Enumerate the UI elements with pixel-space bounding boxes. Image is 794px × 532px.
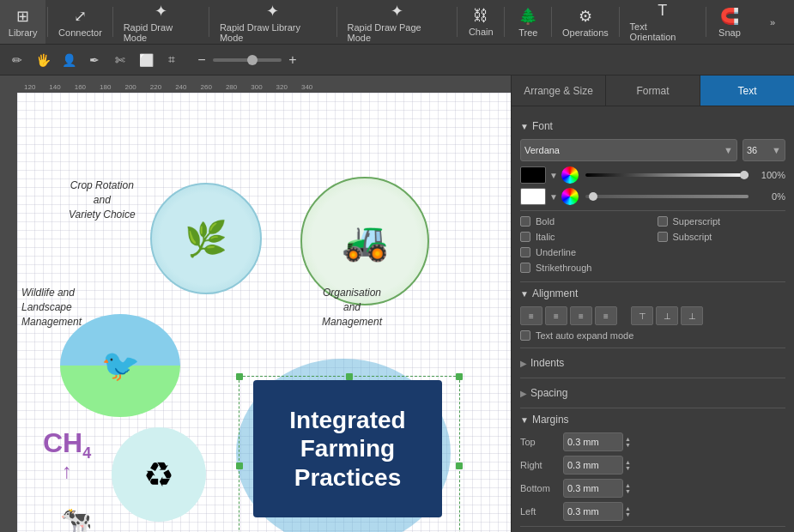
- tree-icon: 🌲: [518, 7, 537, 26]
- margin-bottom-input[interactable]: 0.3 mm: [563, 479, 623, 498]
- align-justify-button[interactable]: ≡: [595, 306, 617, 325]
- align-right-button[interactable]: ≡: [570, 306, 592, 325]
- align-middle-button[interactable]: ⊥: [656, 306, 678, 325]
- margin-right-down[interactable]: ▼: [625, 465, 631, 471]
- margin-top-down[interactable]: ▼: [625, 442, 631, 448]
- margin-left-stepper[interactable]: ▲ ▼: [625, 505, 631, 517]
- toolbar-rapid-draw-page[interactable]: ✦ Rapid Draw Page Mode: [339, 0, 456, 44]
- italic-checkbox[interactable]: [520, 232, 530, 242]
- zoom-slider[interactable]: [213, 58, 282, 62]
- margin-right-stepper[interactable]: ▲ ▼: [625, 459, 631, 471]
- size-dropdown-arrow: ▼: [772, 145, 781, 155]
- tab-arrange-size[interactable]: Arrange & Size: [512, 76, 606, 106]
- crop-rotation-label: Crop RotationandVariety Choice: [69, 178, 136, 221]
- integrated-farming-box[interactable]: IntegratedFarmingPractices: [253, 380, 442, 517]
- font-opacity-slider[interactable]: [585, 173, 749, 177]
- alignment-section-header[interactable]: ▼ Alignment: [520, 287, 785, 299]
- tool-pan[interactable]: 🖐: [33, 50, 53, 70]
- tool-draw[interactable]: ✒: [84, 50, 105, 70]
- color-dropdown-arrow[interactable]: ▼: [549, 171, 558, 180]
- margin-left-up[interactable]: ▲: [625, 505, 631, 511]
- operations-icon: ⚙: [579, 7, 592, 26]
- align-center-button[interactable]: ≡: [545, 306, 567, 325]
- margin-left-input[interactable]: 0.3 mm: [563, 502, 623, 521]
- toolbar-rapid-draw[interactable]: ✦ Rapid Draw Mode: [115, 0, 207, 44]
- subscript-label: Subscript: [673, 232, 712, 242]
- italic-row: Italic: [520, 232, 649, 242]
- sep4: [336, 7, 337, 37]
- margin-left-down[interactable]: ▼: [625, 511, 631, 517]
- toolbar-chain[interactable]: ⛓ Chain: [459, 0, 502, 44]
- canvas-area[interactable]: 120 140 160 180 200 220 240 260 280 300 …: [0, 76, 511, 532]
- ruler-vertical: [0, 93, 17, 532]
- margins-section-header[interactable]: ▼ Margins: [520, 414, 785, 426]
- tool-select[interactable]: ✏: [7, 50, 27, 70]
- text-orientation-icon: T: [658, 2, 667, 20]
- underline-checkbox[interactable]: [520, 247, 530, 257]
- canvas-content[interactable]: Crop RotationandVariety Choice 🌿 🚜 Wildl…: [17, 93, 511, 532]
- tab-format[interactable]: Format: [606, 76, 700, 106]
- align-top-button[interactable]: ⊤: [631, 306, 653, 325]
- panel-tabs: Arrange & Size Format Text: [512, 76, 794, 106]
- recycle-circle: ♻: [112, 427, 206, 522]
- toolbar-more[interactable]: »: [751, 0, 794, 44]
- tool-shape[interactable]: ⬜: [136, 50, 156, 70]
- toolbar-rapid-draw-library[interactable]: ✦ Rapid Draw Library Mode: [211, 0, 335, 44]
- tab-text[interactable]: Text: [700, 76, 794, 106]
- spacing-arrow: ▶: [520, 389, 527, 398]
- spacing-section[interactable]: ▶ Spacing: [520, 384, 785, 402]
- indents-section[interactable]: ▶ Indents: [520, 354, 785, 372]
- sep3: [209, 7, 209, 37]
- subscript-checkbox[interactable]: [658, 232, 668, 242]
- bg-opacity-slider[interactable]: [585, 195, 749, 198]
- zoom-out-button[interactable]: −: [194, 52, 209, 68]
- margin-right-up[interactable]: ▲: [625, 459, 631, 465]
- margin-top-stepper[interactable]: ▲ ▼: [625, 436, 631, 448]
- tool-cut[interactable]: ✄: [110, 50, 130, 70]
- align-left-button[interactable]: ≡: [520, 306, 542, 325]
- margin-left-row: Left 0.3 mm ▲ ▼: [520, 502, 785, 521]
- text-auto-expand-checkbox[interactable]: [520, 330, 530, 341]
- align-collapse-arrow: ▼: [520, 289, 529, 299]
- right-checkboxes: Superscript Subscript: [658, 216, 786, 276]
- margins-arrow: ▼: [520, 415, 529, 425]
- handle-mr: [456, 462, 463, 469]
- tool-crop[interactable]: ⌗: [161, 50, 182, 70]
- font-color-swatch[interactable]: [520, 166, 546, 184]
- style-checkboxes: Bold Italic Underline Strikethrough: [520, 216, 785, 276]
- bold-checkbox[interactable]: [520, 216, 530, 227]
- font-size-input[interactable]: 36 ▼: [742, 139, 785, 161]
- margin-bottom-stepper[interactable]: ▲ ▼: [625, 482, 631, 494]
- margin-bottom-up[interactable]: ▲: [625, 482, 631, 488]
- divider5: [520, 408, 785, 408]
- toolbar-text-orientation[interactable]: T Text Orientation: [621, 0, 704, 44]
- tool-user[interactable]: 👤: [58, 50, 79, 70]
- margin-right-input[interactable]: 0.3 mm: [563, 456, 623, 475]
- divider3: [520, 348, 785, 348]
- toolbar-snap[interactable]: 🧲 Snap: [708, 0, 751, 44]
- align-bottom-button[interactable]: ⊥: [681, 306, 703, 325]
- strikethrough-checkbox[interactable]: [520, 263, 530, 273]
- bg-color-wheel[interactable]: [561, 188, 579, 205]
- font-family-select[interactable]: Verdana ▼: [520, 139, 737, 161]
- toolbar-tree[interactable]: 🌲 Tree: [506, 0, 549, 44]
- ruler-horizontal: 120 140 160 180 200 220 240 260 280 300 …: [17, 76, 511, 93]
- margin-bottom-down[interactable]: ▼: [625, 488, 631, 494]
- cow-icon: 🐄: [60, 505, 92, 532]
- margin-top-up[interactable]: ▲: [625, 436, 631, 442]
- toolbar-operations[interactable]: ⚙ Operations: [554, 0, 616, 44]
- font-color-wheel[interactable]: [561, 166, 579, 184]
- superscript-checkbox[interactable]: [658, 216, 668, 227]
- toolbar-library[interactable]: ⊞ Library: [0, 0, 45, 44]
- bg-color-swatch[interactable]: [520, 188, 546, 205]
- main-content: 120 140 160 180 200 220 240 260 280 300 …: [0, 76, 794, 532]
- toolbar-connector[interactable]: ⤢ Connector: [50, 0, 110, 44]
- divider4: [520, 378, 785, 378]
- zoom-in-button[interactable]: +: [285, 52, 300, 68]
- margin-top-input[interactable]: 0.3 mm: [563, 432, 623, 451]
- text-auto-expand-row: Text auto expand mode: [520, 330, 785, 341]
- margin-top-label: Top: [520, 437, 563, 447]
- bold-row: Bold: [520, 216, 649, 227]
- font-section-header[interactable]: ▼ Font: [520, 120, 785, 132]
- bg-color-dropdown-arrow[interactable]: ▼: [549, 192, 558, 202]
